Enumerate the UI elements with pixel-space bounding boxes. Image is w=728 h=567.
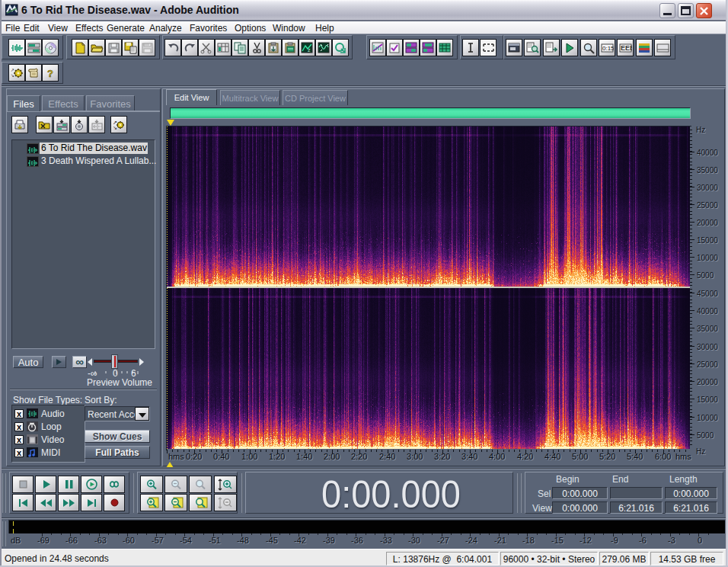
svg-text:↘: ↘ bbox=[11, 73, 14, 78]
svg-text:?: ? bbox=[47, 68, 53, 79]
svg-text:↗: ↗ bbox=[11, 68, 14, 72]
svg-text:↘: ↘ bbox=[113, 125, 117, 130]
svg-text:0:15: 0:15 bbox=[602, 45, 614, 52]
svg-text:EEE: EEE bbox=[621, 44, 632, 52]
svg-text:↗: ↗ bbox=[113, 120, 117, 125]
svg-text:z: z bbox=[308, 47, 311, 53]
